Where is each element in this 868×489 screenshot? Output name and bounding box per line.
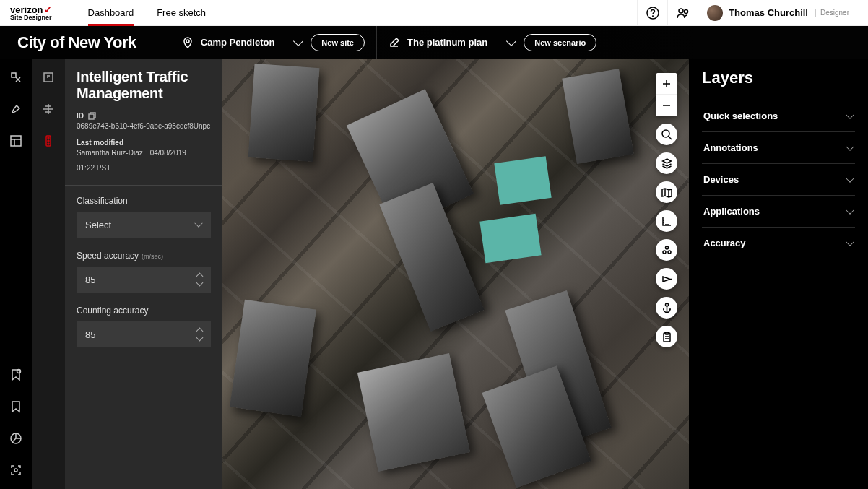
clipboard-icon <box>661 332 672 342</box>
svg-rect-14 <box>89 114 94 119</box>
chevron-down-icon <box>846 142 854 150</box>
chevron-down-icon <box>196 280 204 287</box>
primary-rail <box>0 59 32 489</box>
tab-free-sketch[interactable]: Free sketch <box>157 0 206 26</box>
svg-point-17 <box>663 251 666 254</box>
rail-layout[interactable] <box>9 134 23 148</box>
counting-stepper[interactable]: 85 <box>77 321 211 347</box>
map-icon <box>661 187 672 198</box>
chevron-down-icon <box>196 334 204 342</box>
rail-chart[interactable] <box>9 431 23 446</box>
svg-point-2 <box>679 9 683 13</box>
svg-point-13 <box>48 143 49 144</box>
layer-quick-selections[interactable]: Quick selections <box>702 100 855 132</box>
secondary-rail <box>32 59 65 489</box>
help-button[interactable] <box>637 0 667 26</box>
layers-button[interactable] <box>656 152 677 174</box>
topbar: verizon Site Designer Dashboard Free ske… <box>0 0 868 26</box>
stepper-arrows[interactable] <box>197 329 202 340</box>
counting-label: Counting accuracy <box>77 306 211 316</box>
svg-point-11 <box>48 137 49 139</box>
classification-label: Classification <box>77 196 211 206</box>
layer-applications[interactable]: Applications <box>702 196 855 228</box>
details-panel: Intelligent Traffic Management ID 0689e7… <box>65 59 222 489</box>
rail2-traffic[interactable] <box>41 134 56 148</box>
chevron-down-icon <box>846 206 854 214</box>
rail-paint[interactable] <box>9 102 23 116</box>
map-satellite-bg <box>222 59 689 489</box>
svg-point-19 <box>665 303 668 306</box>
layout-icon <box>9 134 22 147</box>
broadcast-button[interactable] <box>656 268 677 290</box>
svg-rect-5 <box>11 136 21 146</box>
bookmark-icon <box>9 400 22 413</box>
modified-label: Last modified <box>77 139 211 147</box>
search-icon <box>661 129 672 140</box>
site-dropdown[interactable]: Camp Pendleton <box>182 37 303 48</box>
layers-icon <box>661 158 672 169</box>
traffic-icon <box>42 134 55 147</box>
zoom-in-button[interactable] <box>656 73 677 95</box>
zoom-out-button[interactable] <box>656 95 677 116</box>
align-icon <box>42 103 55 116</box>
layer-devices[interactable]: Devices <box>702 164 855 196</box>
pie-icon <box>9 432 22 445</box>
chevron-down-icon <box>506 35 516 46</box>
svg-point-4 <box>186 40 189 43</box>
id-value: 0689e743-b610-4ef6-9abc-a95cdcf8Unpc <box>77 122 211 130</box>
copy-icon[interactable] <box>88 112 96 120</box>
users-button[interactable] <box>667 0 698 26</box>
pin-icon <box>182 37 194 48</box>
anchor-button[interactable] <box>656 297 677 319</box>
avatar <box>707 5 723 21</box>
new-site-button[interactable]: New site <box>311 34 365 51</box>
top-tabs: Dashboard Free sketch <box>88 0 207 26</box>
rail2-page[interactable] <box>41 70 56 85</box>
new-scenario-button[interactable]: New scenario <box>524 34 596 51</box>
map-tools <box>656 73 677 347</box>
broadcast-icon <box>661 274 672 285</box>
clipboard-button[interactable] <box>656 326 677 347</box>
layer-annotations[interactable]: Annotations <box>702 132 855 164</box>
map-area[interactable] <box>222 59 689 489</box>
rail-bookmark[interactable] <box>9 399 23 414</box>
chevron-down-icon <box>846 174 854 182</box>
rail-bookmark-pin[interactable] <box>9 368 23 382</box>
rail-shapes[interactable] <box>9 70 23 85</box>
subbar: City of New York Camp Pendleton New site… <box>0 26 868 59</box>
classification-select[interactable]: Select <box>77 212 211 238</box>
layer-accuracy[interactable]: Accuracy <box>702 228 855 259</box>
search-button[interactable] <box>656 124 677 145</box>
speed-stepper[interactable]: 85 <box>77 267 211 293</box>
ruler-button[interactable] <box>656 210 677 232</box>
svg-point-16 <box>665 246 668 249</box>
svg-point-1 <box>652 16 653 17</box>
modified-info: Samantha Ruiz-Diaz 04/08/2019 01:22 PST <box>77 149 211 172</box>
bookmark-pin-icon <box>9 368 22 381</box>
page-icon <box>42 71 55 84</box>
layers-panel: Layers Quick selections Annotations Devi… <box>689 59 868 489</box>
chevron-down-icon <box>846 238 854 246</box>
anchor-icon <box>661 303 672 313</box>
topbar-right: Thomas Churchill Designer <box>637 0 858 26</box>
rail2-align[interactable] <box>41 102 56 116</box>
map-button[interactable] <box>656 181 677 203</box>
layers-title: Layers <box>702 69 855 87</box>
plan-dropdown[interactable]: The platinum plan <box>389 37 515 48</box>
cluster-button[interactable] <box>656 239 677 261</box>
tab-dashboard[interactable]: Dashboard <box>88 0 134 26</box>
stepper-arrows[interactable] <box>197 274 202 285</box>
id-label: ID <box>77 112 211 120</box>
speed-label: Speed accuracy (m/sec) <box>77 251 211 261</box>
brand-subtitle: Site Designer <box>10 14 52 21</box>
svg-point-12 <box>48 140 49 142</box>
svg-point-3 <box>684 9 687 13</box>
chevron-down-icon <box>293 35 303 46</box>
rail-focus[interactable] <box>9 463 23 477</box>
brand-logo: verizon Site Designer <box>10 5 52 21</box>
user-block[interactable]: Thomas Churchill Designer <box>698 5 858 21</box>
ruler-icon <box>661 216 672 227</box>
svg-point-18 <box>668 251 671 254</box>
user-role: Designer <box>815 9 849 17</box>
cluster-icon <box>661 245 672 256</box>
